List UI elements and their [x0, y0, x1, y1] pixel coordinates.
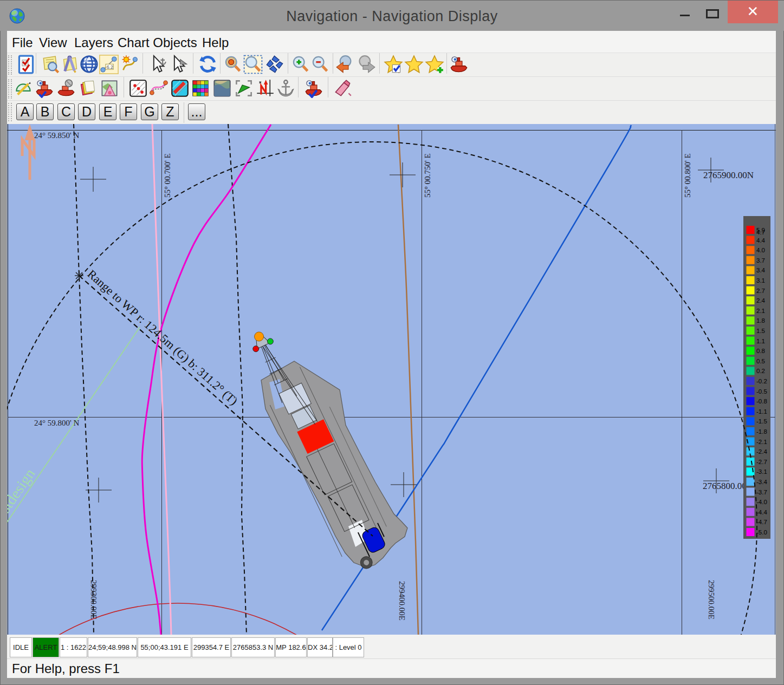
svg-text:55° 00.800' E: 55° 00.800' E [683, 153, 692, 198]
svg-text:-1.1: -1.1 [756, 408, 767, 415]
svg-text:-4.4: -4.4 [756, 509, 767, 516]
svg-text:1.5: 1.5 [756, 328, 765, 334]
svg-text:-3.7: -3.7 [756, 489, 767, 495]
svg-text:2.7: 2.7 [756, 288, 765, 294]
svg-text:4.7: 4.7 [756, 229, 765, 236]
svg-text:55° 00.700' E: 55° 00.700' E [163, 153, 172, 198]
svg-text:-3.1: -3.1 [756, 468, 767, 475]
svg-text:2.1: 2.1 [756, 308, 765, 314]
svg-text:-0.2: -0.2 [756, 378, 767, 384]
svg-text:24° 59.850' N: 24° 59.850' N [34, 131, 79, 140]
svg-text:299300.00E: 299300.00E [89, 580, 98, 619]
svg-text:0.5: 0.5 [756, 358, 765, 364]
svg-text:-1.8: -1.8 [756, 428, 767, 435]
svg-text:2.4: 2.4 [756, 297, 766, 304]
svg-text:-2.4: -2.4 [756, 448, 767, 455]
svg-text:24° 59.800' N: 24° 59.800' N [34, 419, 79, 427]
svg-text:4.0: 4.0 [756, 247, 765, 253]
svg-text:0.2: 0.2 [756, 368, 765, 374]
svg-text:-2.1: -2.1 [756, 439, 767, 445]
svg-text:-2.7: -2.7 [756, 459, 767, 465]
svg-text:1.8: 1.8 [756, 317, 765, 324]
svg-text:2765800.00: 2765800.00 [703, 481, 747, 491]
svg-text:3.1: 3.1 [756, 277, 765, 284]
svg-text:299500.00E: 299500.00E [707, 580, 716, 619]
svg-text:3.7: 3.7 [756, 257, 765, 264]
svg-text:-0.8: -0.8 [756, 398, 767, 405]
svg-text:0.8: 0.8 [756, 348, 765, 354]
svg-text:6.2: 6.2 [107, 64, 113, 70]
svg-text:-4.0: -4.0 [756, 499, 767, 505]
svg-text:299400.00E: 299400.00E [398, 581, 406, 621]
svg-text:-4.7: -4.7 [756, 519, 767, 525]
svg-text:-5.0: -5.0 [756, 529, 767, 536]
svg-text:-1.5: -1.5 [756, 418, 767, 425]
svg-text:-0.5: -0.5 [756, 388, 767, 395]
svg-text:1.1: 1.1 [756, 338, 765, 344]
svg-text:2765900.00N: 2765900.00N [703, 170, 754, 180]
svg-text:3.4: 3.4 [756, 267, 766, 273]
svg-text:4.4: 4.4 [756, 237, 766, 244]
svg-text:-3.4: -3.4 [756, 479, 767, 485]
svg-text:55° 00.750' E: 55° 00.750' E [423, 153, 432, 198]
